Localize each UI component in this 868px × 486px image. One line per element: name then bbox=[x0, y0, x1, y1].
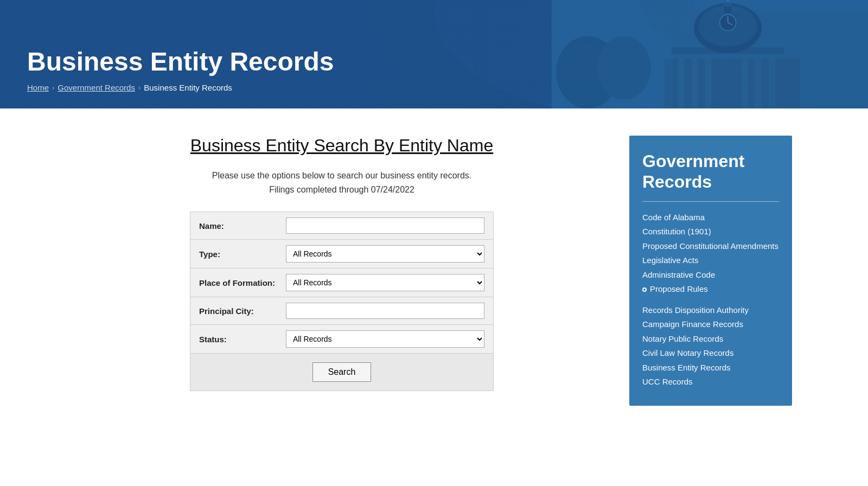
hero-content: Business Entity Records Home › Governmen… bbox=[27, 47, 841, 92]
sidebar-item-ucc-records[interactable]: UCC Records bbox=[642, 376, 779, 388]
status-select[interactable]: All Records Active Inactive Dissolved bbox=[286, 330, 484, 348]
link-proposed-constitutional[interactable]: Proposed Constitutional Amendments bbox=[642, 241, 778, 251]
link-legislative-acts[interactable]: Legislative Acts bbox=[642, 255, 698, 265]
link-notary-public[interactable]: Notary Public Records bbox=[642, 334, 723, 343]
sidebar-divider bbox=[642, 201, 779, 202]
proposed-rules-bullet bbox=[642, 287, 647, 292]
link-civil-law-notary[interactable]: Civil Law Notary Records bbox=[642, 348, 733, 357]
city-row: Principal City: bbox=[190, 297, 493, 325]
link-constitution[interactable]: Constitution (1901) bbox=[642, 227, 711, 236]
sidebar-item-admin-code[interactable]: Administrative Code bbox=[642, 269, 779, 282]
sidebar-links: Code of Alabama Constitution (1901) Prop… bbox=[642, 212, 779, 388]
place-row: Place of Formation: All Records Alabama … bbox=[190, 268, 493, 297]
link-proposed-rules[interactable]: Proposed Rules bbox=[650, 283, 708, 296]
name-row: Name: bbox=[190, 212, 493, 240]
sidebar-item-constitution[interactable]: Constitution (1901) bbox=[642, 226, 779, 238]
sidebar-item-legislative-acts[interactable]: Legislative Acts bbox=[642, 254, 779, 267]
search-button[interactable]: Search bbox=[312, 362, 372, 382]
name-input[interactable] bbox=[286, 218, 484, 234]
sidebar-item-code-of-alabama[interactable]: Code of Alabama bbox=[642, 212, 779, 224]
breadcrumb-home[interactable]: Home bbox=[27, 83, 49, 92]
breadcrumb-current: Business Entity Records bbox=[144, 83, 232, 92]
breadcrumb-gov-records[interactable]: Government Records bbox=[58, 83, 135, 92]
breadcrumb: Home › Government Records › Business Ent… bbox=[27, 83, 841, 92]
sidebar-item-business-entity[interactable]: Business Entity Records bbox=[642, 362, 779, 374]
form-desc-line1: Please use the options below to search o… bbox=[212, 171, 472, 180]
type-row: Type: All Records Corporation LLC Partne… bbox=[190, 240, 493, 268]
link-campaign-finance[interactable]: Campaign Finance Records bbox=[642, 319, 743, 329]
link-code-of-alabama[interactable]: Code of Alabama bbox=[642, 213, 705, 222]
form-area: Business Entity Search By Entity Name Pl… bbox=[76, 136, 608, 406]
type-label: Type: bbox=[199, 250, 286, 259]
status-label: Status: bbox=[199, 335, 286, 344]
form-desc-line2: Filings completed through 07/24/2022 bbox=[269, 185, 414, 194]
page-title: Business Entity Records bbox=[27, 47, 841, 76]
main-wrapper: Business Entity Search By Entity Name Pl… bbox=[54, 108, 814, 438]
sidebar-item-records-disposition[interactable]: Records Disposition Authority bbox=[642, 304, 779, 317]
status-row: Status: All Records Active Inactive Diss… bbox=[190, 325, 493, 354]
place-label: Place of Formation: bbox=[199, 278, 286, 287]
hero-header: Business Entity Records Home › Governmen… bbox=[0, 0, 868, 108]
city-input[interactable] bbox=[286, 303, 484, 319]
sidebar: Government Records Code of Alabama Const… bbox=[629, 136, 792, 406]
link-admin-code[interactable]: Administrative Code bbox=[642, 270, 715, 279]
breadcrumb-sep-1: › bbox=[52, 84, 54, 92]
place-select[interactable]: All Records Alabama Other State Foreign … bbox=[286, 274, 484, 291]
search-btn-row: Search bbox=[190, 354, 493, 391]
form-title: Business Entity Search By Entity Name bbox=[76, 136, 608, 156]
form-description: Please use the options below to search o… bbox=[76, 169, 608, 196]
breadcrumb-sep-2: › bbox=[138, 84, 141, 92]
name-label: Name: bbox=[199, 221, 286, 231]
sidebar-item-proposed-rules[interactable]: Proposed Rules bbox=[642, 283, 779, 296]
link-business-entity[interactable]: Business Entity Records bbox=[642, 363, 731, 372]
type-select[interactable]: All Records Corporation LLC Partnership … bbox=[286, 245, 484, 263]
sidebar-item-proposed-constitutional[interactable]: Proposed Constitutional Amendments bbox=[642, 240, 779, 253]
link-ucc-records[interactable]: UCC Records bbox=[642, 377, 693, 386]
sidebar-item-notary-public[interactable]: Notary Public Records bbox=[642, 333, 779, 346]
link-records-disposition[interactable]: Records Disposition Authority bbox=[642, 305, 749, 315]
sidebar-item-campaign-finance[interactable]: Campaign Finance Records bbox=[642, 318, 779, 331]
svg-point-18 bbox=[723, 2, 732, 7]
sidebar-item-civil-law-notary[interactable]: Civil Law Notary Records bbox=[642, 347, 779, 360]
search-form: Name: Type: All Records Corporation LLC … bbox=[190, 212, 494, 391]
city-label: Principal City: bbox=[199, 306, 286, 316]
sidebar-title: Government Records bbox=[642, 151, 779, 193]
